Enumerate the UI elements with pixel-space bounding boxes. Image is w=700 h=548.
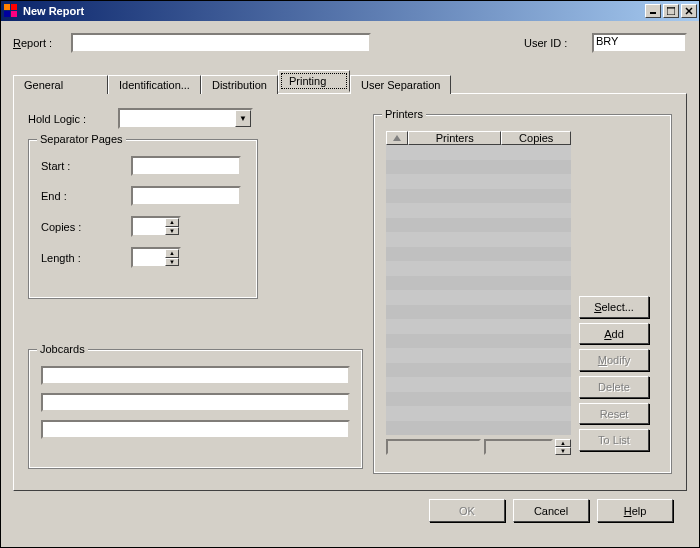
- table-row: [386, 247, 571, 262]
- table-row: [386, 319, 571, 334]
- help-button[interactable]: Help: [597, 499, 673, 522]
- table-row: [386, 276, 571, 291]
- table-row: [386, 145, 571, 160]
- userid-label: User ID :: [524, 37, 584, 49]
- window-title: New Report: [23, 5, 643, 17]
- tab-general[interactable]: General: [13, 75, 108, 94]
- printers-side-buttons: Select... Add Modify Delete Reset To Lis…: [579, 296, 649, 451]
- spin-down-icon[interactable]: ▼: [555, 447, 571, 455]
- jobcard-input-3[interactable]: [41, 420, 350, 439]
- svg-rect-3: [11, 11, 17, 17]
- table-row: [386, 160, 571, 175]
- table-row: [386, 377, 571, 392]
- app-icon: [3, 3, 19, 19]
- printers-legend: Printers: [382, 108, 426, 120]
- table-row: [386, 363, 571, 378]
- tab-printing[interactable]: Printing: [278, 70, 350, 92]
- left-column: Hold Logic : ▼ Separator Pages Start :: [28, 108, 373, 476]
- jobcard-input-1[interactable]: [41, 366, 350, 385]
- sort-column-header[interactable]: [386, 131, 408, 145]
- footer-printer-input[interactable]: [386, 439, 481, 455]
- table-row: [386, 406, 571, 421]
- spin-down-icon[interactable]: ▼: [165, 227, 179, 236]
- cancel-button[interactable]: Cancel: [513, 499, 589, 522]
- window: New Report Report : User ID : BRY Genera…: [0, 0, 700, 548]
- maximize-button[interactable]: [663, 4, 679, 18]
- right-column: Printers Printers Copies: [373, 108, 672, 476]
- length-label: Length :: [41, 252, 131, 264]
- report-label: Report :: [13, 37, 63, 49]
- window-controls: [643, 4, 697, 18]
- copies-column-header[interactable]: Copies: [501, 131, 571, 145]
- jobcards-group: Jobcards: [28, 349, 363, 469]
- bottom-buttons: OK Cancel Help: [13, 491, 687, 522]
- table-row: [386, 203, 571, 218]
- separator-pages-group: Separator Pages Start : End : Copies :: [28, 139, 258, 299]
- copies-spinner[interactable]: ▲▼: [131, 216, 181, 237]
- client-area: Report : User ID : BRY General Identific…: [1, 21, 699, 547]
- modify-button[interactable]: Modify: [579, 349, 649, 371]
- table-body[interactable]: [386, 145, 571, 435]
- hold-logic-label: Hold Logic :: [28, 113, 118, 125]
- spin-down-icon[interactable]: ▼: [165, 258, 179, 267]
- tab-identification[interactable]: Identification...: [108, 75, 201, 94]
- select-button[interactable]: Select...: [579, 296, 649, 318]
- hold-logic-combo[interactable]: ▼: [118, 108, 253, 129]
- table-footer: ▲ ▼: [386, 439, 571, 455]
- separator-pages-legend: Separator Pages: [37, 133, 126, 145]
- length-spinner[interactable]: ▲▼: [131, 247, 181, 268]
- printers-column-header[interactable]: Printers: [408, 131, 501, 145]
- chevron-down-icon[interactable]: ▼: [235, 110, 251, 127]
- end-label: End :: [41, 190, 131, 202]
- titlebar: New Report: [1, 1, 699, 21]
- table-row: [386, 421, 571, 436]
- table-row: [386, 348, 571, 363]
- table-row: [386, 218, 571, 233]
- table-row: [386, 189, 571, 204]
- userid-input[interactable]: BRY: [592, 33, 687, 53]
- spin-up-icon[interactable]: ▲: [555, 439, 571, 447]
- spin-up-icon[interactable]: ▲: [165, 249, 179, 258]
- ok-button[interactable]: OK: [429, 499, 505, 522]
- jobcards-legend: Jobcards: [37, 343, 88, 355]
- table-row: [386, 232, 571, 247]
- reset-button[interactable]: Reset: [579, 403, 649, 425]
- svg-marker-9: [393, 135, 401, 141]
- table-row: [386, 261, 571, 276]
- footer-copies-input[interactable]: [484, 439, 553, 455]
- table-row: [386, 174, 571, 189]
- svg-rect-0: [4, 4, 10, 10]
- table-header: Printers Copies: [386, 131, 571, 145]
- tab-panel-printing: Hold Logic : ▼ Separator Pages Start :: [13, 93, 687, 491]
- spin-up-icon[interactable]: ▲: [165, 218, 179, 227]
- table-row: [386, 392, 571, 407]
- table-row: [386, 290, 571, 305]
- end-input[interactable]: [131, 186, 241, 206]
- add-button[interactable]: Add: [579, 323, 649, 345]
- printers-table: Printers Copies: [386, 131, 571, 451]
- report-input[interactable]: [71, 33, 371, 53]
- svg-rect-1: [11, 4, 17, 10]
- table-row: [386, 305, 571, 320]
- jobcard-input-2[interactable]: [41, 393, 350, 412]
- start-label: Start :: [41, 160, 131, 172]
- close-button[interactable]: [681, 4, 697, 18]
- start-input[interactable]: [131, 156, 241, 176]
- tab-user-separation[interactable]: User Separation: [350, 75, 452, 94]
- tab-strip: General Identification... Distribution P…: [13, 71, 687, 93]
- tolist-button[interactable]: To List: [579, 429, 649, 451]
- minimize-button[interactable]: [645, 4, 661, 18]
- copies-label: Copies :: [41, 221, 131, 233]
- tab-distribution[interactable]: Distribution: [201, 75, 278, 94]
- table-row: [386, 334, 571, 349]
- printers-group: Printers Printers Copies: [373, 114, 672, 474]
- delete-button[interactable]: Delete: [579, 376, 649, 398]
- svg-rect-2: [4, 11, 10, 17]
